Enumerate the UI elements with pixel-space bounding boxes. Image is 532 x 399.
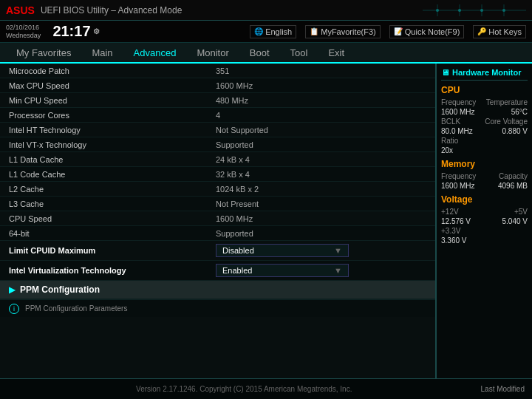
section-arrow-icon: ▶ xyxy=(9,284,16,295)
hotkeys-icon: 🔑 xyxy=(477,27,486,35)
row-label: Min CPU Speed xyxy=(9,96,216,105)
info-row: i PPM Configuration Parameters xyxy=(0,299,435,317)
date-display: 02/10/2016 Wednesday xyxy=(6,24,41,40)
hotkeys-button[interactable]: 🔑 Hot Keys xyxy=(473,25,526,38)
row-value: 1600 MHz xyxy=(216,214,426,223)
bottom-copyright: Version 2.17.1246. Copyright (C) 2015 Am… xyxy=(7,385,481,393)
table-row: Max CPU Speed 1600 MHz xyxy=(0,78,435,93)
svg-point-5 xyxy=(436,9,439,12)
hw-cpu-title: CPU xyxy=(441,85,528,95)
nav-main[interactable]: Main xyxy=(81,42,123,63)
bios-settings-table: Microcode Patch 351 Max CPU Speed 1600 M… xyxy=(0,64,435,317)
asus-logo: ASUS xyxy=(6,4,35,16)
table-row: L3 Cache Not Present xyxy=(0,197,435,211)
row-value: 480 MHz xyxy=(216,96,426,105)
nav-myfavorites[interactable]: My Favorites xyxy=(6,42,81,63)
hw-mem-vals: 1600 MHz 4096 MB xyxy=(441,182,528,190)
bottom-bar: Version 2.17.1246. Copyright (C) 2015 Am… xyxy=(0,378,532,399)
hw-cpu-bclk-volt-vals: 80.0 MHz 0.880 V xyxy=(441,127,528,135)
svg-point-6 xyxy=(458,9,461,12)
time-settings-icon[interactable]: ⚙ xyxy=(93,27,100,35)
row-label: Processor Cores xyxy=(9,111,216,120)
intel-virt-row: Intel Virtualization Technology Enabled … xyxy=(0,261,435,281)
quicknote-button[interactable]: 📝 Quick Note(F9) xyxy=(389,25,465,38)
nav-advanced[interactable]: Advanced xyxy=(123,43,187,64)
hw-cpu-ratio-label: Ratio xyxy=(441,137,528,145)
table-row: L1 Code Cache 32 kB x 4 xyxy=(0,167,435,182)
row-label: Intel VT-x Technology xyxy=(9,140,216,149)
table-row: Microcode Patch 351 xyxy=(0,64,435,78)
datetime-bar: 02/10/2016 Wednesday 21:17 ⚙ 🌐 English 📋… xyxy=(0,21,532,43)
hw-volt-33-val: 3.360 V xyxy=(441,236,528,245)
main-content: Microcode Patch 351 Max CPU Speed 1600 M… xyxy=(0,64,532,378)
language-icon: 🌐 xyxy=(254,27,263,35)
hw-volt-12-5-vals: 12.576 V 5.040 V xyxy=(441,217,528,225)
ppm-section-label: PPM Configuration xyxy=(20,284,227,295)
hw-cpu-freq-temp-vals: 1600 MHz 56°C xyxy=(441,108,528,116)
row-value: 32 kB x 4 xyxy=(216,170,426,179)
row-label: Intel HT Technology xyxy=(9,126,216,134)
table-row: Min CPU Speed 480 MHz xyxy=(0,93,435,108)
row-value: 24 kB x 4 xyxy=(216,155,426,164)
hw-cpu-bclk-volt-labels: BCLK Core Voltage xyxy=(441,117,528,126)
top-bar: ASUS UEFI BIOS Utility – Advanced Mode xyxy=(0,0,532,21)
hw-memory-title: Memory xyxy=(441,159,528,169)
intel-virt-dropdown[interactable]: Enabled ▼ xyxy=(216,264,349,277)
table-row: Intel HT Technology Not Supported xyxy=(0,123,435,137)
row-value: 1024 kB x 2 xyxy=(216,185,426,194)
table-row: Intel VT-x Technology Supported xyxy=(0,137,435,152)
table-row: Processor Cores 4 xyxy=(0,108,435,123)
nav-tool[interactable]: Tool xyxy=(280,42,318,63)
nav-bar: My Favorites Main Advanced Monitor Boot … xyxy=(0,43,532,64)
row-label: Microcode Patch xyxy=(9,66,216,75)
hw-cpu-freq-temp-labels: Frequency Temperature xyxy=(441,98,528,106)
hw-mem-labels: Frequency Capacity xyxy=(441,172,528,180)
row-value: Supported xyxy=(216,229,426,238)
ppm-section-row[interactable]: ▶ PPM Configuration xyxy=(0,281,435,299)
quicknote-icon: 📝 xyxy=(394,27,403,35)
table-row: L2 Cache 1024 kB x 2 xyxy=(0,182,435,197)
row-label: Max CPU Speed xyxy=(9,81,216,90)
row-label: L3 Cache xyxy=(9,200,216,208)
last-modified-label: Last Modified xyxy=(481,385,525,393)
intel-virt-label: Intel Virtualization Technology xyxy=(9,266,216,275)
circuit-deco-top xyxy=(423,3,526,18)
hw-volt-12-5-labels: +12V +5V xyxy=(441,208,528,216)
table-row: CPU Speed 1600 MHz xyxy=(0,211,435,226)
myfavorite-icon: 📋 xyxy=(310,27,318,35)
row-label: L2 Cache xyxy=(9,185,216,194)
row-value: Supported xyxy=(216,140,426,149)
dropdown-arrow-icon: ▼ xyxy=(334,266,342,275)
row-label: L1 Data Cache xyxy=(9,155,216,164)
hw-cpu-ratio-val: 20x xyxy=(441,146,528,154)
nav-monitor[interactable]: Monitor xyxy=(186,42,239,63)
row-value: 1600 MHz xyxy=(216,81,426,90)
row-value: Not Supported xyxy=(216,126,426,134)
limit-cpuid-label: Limit CPUID Maximum xyxy=(9,246,216,255)
row-value: Not Present xyxy=(216,200,426,208)
time-display: 21:17 ⚙ xyxy=(52,23,99,40)
svg-point-8 xyxy=(502,9,505,12)
row-value: 4 xyxy=(216,111,426,120)
limit-cpuid-dropdown[interactable]: Disabled ▼ xyxy=(216,244,349,257)
hw-volt-33-label: +3.3V xyxy=(441,227,528,235)
table-row: L1 Data Cache 24 kB x 4 xyxy=(0,152,435,167)
bios-title: UEFI BIOS Utility – Advanced Mode xyxy=(41,5,182,16)
nav-exit[interactable]: Exit xyxy=(318,42,355,63)
left-panel: Microcode Patch 351 Max CPU Speed 1600 M… xyxy=(0,64,436,378)
row-label: 64-bit xyxy=(9,229,216,238)
monitor-icon: 🖥 xyxy=(441,68,449,77)
row-value: 351 xyxy=(216,66,426,75)
svg-point-7 xyxy=(480,9,483,12)
nav-boot[interactable]: Boot xyxy=(239,42,280,63)
info-icon: i xyxy=(9,304,19,314)
hw-monitor-title: 🖥 Hardware Monitor xyxy=(441,68,528,81)
ppm-sub-label: PPM Configuration Parameters xyxy=(25,304,127,313)
limit-cpuid-row: Limit CPUID Maximum Disabled ▼ xyxy=(0,241,435,261)
myfavorite-button[interactable]: 📋 MyFavorite(F3) xyxy=(305,25,381,38)
hw-voltage-title: Voltage xyxy=(441,194,528,205)
row-label: CPU Speed xyxy=(9,214,216,223)
language-button[interactable]: 🌐 English xyxy=(250,25,296,38)
dropdown-arrow-icon: ▼ xyxy=(334,246,342,255)
hardware-monitor-panel: 🖥 Hardware Monitor CPU Frequency Tempera… xyxy=(436,64,532,378)
